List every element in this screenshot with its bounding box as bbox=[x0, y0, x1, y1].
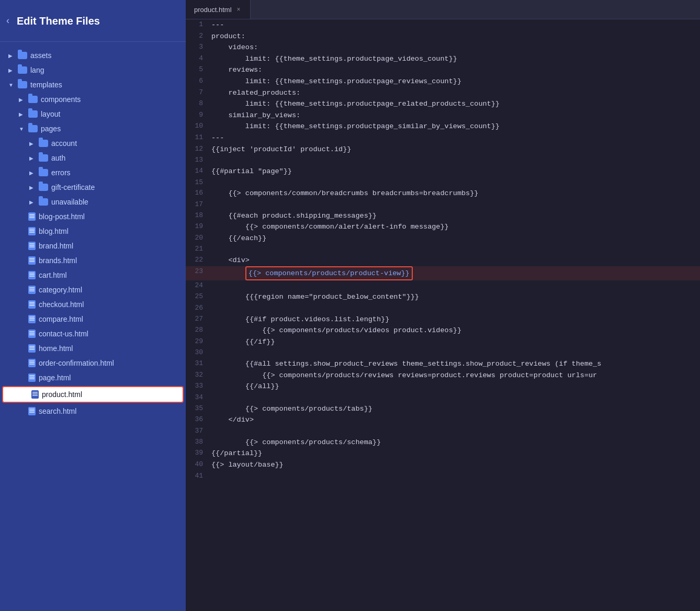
line-number: 30 bbox=[186, 347, 209, 358]
tree-item-label: contact-us.html bbox=[39, 330, 88, 338]
tree-item-components[interactable]: components bbox=[0, 92, 186, 107]
tree-item-product.html[interactable]: product.html bbox=[2, 386, 184, 403]
tree-item-label: category.html bbox=[39, 286, 82, 294]
line-number: 39 bbox=[186, 448, 209, 459]
folder-icon bbox=[39, 169, 48, 176]
tab-close-button[interactable]: × bbox=[236, 5, 242, 14]
chevron-icon bbox=[29, 199, 36, 205]
code-line-1: 1--- bbox=[186, 19, 700, 31]
tree-item-brands.html[interactable]: brands.html bbox=[0, 253, 186, 268]
chevron-icon bbox=[8, 67, 15, 73]
code-line-6: 6 limit: {{theme_settings.productpage_re… bbox=[186, 76, 700, 87]
code-line-28: 28 {{> components/products/videos produc… bbox=[186, 325, 700, 336]
tree-item-label: components bbox=[41, 95, 81, 104]
line-number: 27 bbox=[186, 314, 209, 325]
tree-item-errors[interactable]: errors bbox=[0, 165, 186, 180]
editor-tab-product-html[interactable]: product.html × bbox=[186, 0, 251, 19]
line-number: 10 bbox=[186, 121, 209, 132]
tree-item-label: order-confirmation.html bbox=[39, 359, 114, 367]
line-content: related_products: bbox=[209, 87, 700, 99]
line-number: 11 bbox=[186, 132, 209, 144]
tree-item-cart.html[interactable]: cart.html bbox=[0, 268, 186, 282]
line-number: 6 bbox=[186, 76, 209, 87]
code-line-30: 30 bbox=[186, 347, 700, 358]
line-number: 13 bbox=[186, 155, 209, 166]
highlighted-code: {{> components/products/product-view}} bbox=[245, 266, 413, 281]
tree-item-contact-us.html[interactable]: contact-us.html bbox=[0, 326, 186, 341]
line-number: 31 bbox=[186, 358, 209, 370]
tree-item-auth[interactable]: auth bbox=[0, 151, 186, 165]
code-editor[interactable]: 1---2product:3 videos:4 limit: {{theme_s… bbox=[186, 19, 700, 611]
tree-item-pages[interactable]: pages bbox=[0, 121, 186, 136]
tree-item-label: errors bbox=[51, 168, 71, 177]
tree-item-page.html[interactable]: page.html bbox=[0, 370, 186, 385]
line-number: 20 bbox=[186, 233, 209, 244]
file-icon bbox=[28, 374, 36, 382]
folder-icon bbox=[18, 81, 27, 88]
code-line-2: 2product: bbox=[186, 31, 700, 42]
code-line-9: 9 similar_by_views: bbox=[186, 110, 700, 121]
tree-item-compare.html[interactable]: compare.html bbox=[0, 312, 186, 326]
file-icon bbox=[28, 359, 36, 367]
line-content: limit: {{theme_settings.productpage_rela… bbox=[209, 98, 700, 110]
code-line-7: 7 related_products: bbox=[186, 87, 700, 99]
folder-icon bbox=[18, 52, 27, 59]
line-content: {{> components/products/tabs}} bbox=[209, 403, 700, 415]
line-number: 21 bbox=[186, 244, 209, 255]
tree-item-label: blog.html bbox=[39, 227, 69, 235]
chevron-icon bbox=[8, 82, 15, 88]
tree-item-checkout.html[interactable]: checkout.html bbox=[0, 297, 186, 312]
tree-item-blog.html[interactable]: blog.html bbox=[0, 224, 186, 239]
line-content bbox=[209, 392, 700, 403]
chevron-icon bbox=[19, 111, 25, 117]
file-icon bbox=[28, 330, 36, 338]
tree-item-search.html[interactable]: search.html bbox=[0, 404, 186, 418]
tree-item-order-confirmation.html[interactable]: order-confirmation.html bbox=[0, 356, 186, 370]
code-line-26: 26 bbox=[186, 303, 700, 314]
tree-item-label: blog-post.html bbox=[39, 212, 85, 221]
code-line-39: 39{{/partial}} bbox=[186, 448, 700, 459]
chevron-icon bbox=[19, 97, 25, 103]
tree-item-brand.html[interactable]: brand.html bbox=[0, 239, 186, 253]
file-icon bbox=[28, 242, 36, 250]
tree-item-blog-post.html[interactable]: blog-post.html bbox=[0, 209, 186, 224]
tree-item-gift-certificate[interactable]: gift-certificate bbox=[0, 180, 186, 195]
code-line-11: 11--- bbox=[186, 132, 700, 144]
line-number: 2 bbox=[186, 31, 209, 42]
line-content: {{#all settings.show_product_reviews the… bbox=[209, 358, 700, 370]
tree-item-label: compare.html bbox=[39, 315, 83, 323]
tree-item-layout[interactable]: layout bbox=[0, 107, 186, 121]
folder-icon bbox=[39, 154, 48, 162]
tree-item-home.html[interactable]: home.html bbox=[0, 341, 186, 356]
chevron-icon bbox=[29, 155, 36, 161]
code-line-16: 16 {{> components/common/breadcrumbs bre… bbox=[186, 188, 700, 199]
back-button[interactable]: ‹ bbox=[6, 15, 9, 26]
sidebar-title: Edit Theme Files bbox=[17, 15, 100, 27]
line-content: {{/partial}} bbox=[209, 448, 700, 459]
line-content: {{> layout/base}} bbox=[209, 459, 700, 471]
line-content: --- bbox=[209, 19, 700, 31]
tab-bar: product.html × bbox=[186, 0, 700, 19]
line-content: videos: bbox=[209, 42, 700, 53]
line-number: 35 bbox=[186, 403, 209, 415]
line-number: 5 bbox=[186, 64, 209, 76]
line-content: {{> components/products/product-view}} bbox=[209, 266, 700, 281]
tree-item-lang[interactable]: lang bbox=[0, 63, 186, 77]
line-content bbox=[209, 426, 700, 437]
tree-item-assets[interactable]: assets bbox=[0, 48, 186, 63]
folder-icon bbox=[28, 125, 38, 132]
code-line-37: 37 bbox=[186, 426, 700, 437]
line-content bbox=[209, 244, 700, 255]
code-line-31: 31 {{#all settings.show_product_reviews … bbox=[186, 358, 700, 370]
code-line-33: 33 {{/all}} bbox=[186, 381, 700, 392]
tree-item-category.html[interactable]: category.html bbox=[0, 282, 186, 297]
line-number: 24 bbox=[186, 280, 209, 291]
chevron-icon bbox=[29, 185, 36, 190]
tree-item-templates[interactable]: templates bbox=[0, 77, 186, 92]
tree-item-unavailable[interactable]: unavailable bbox=[0, 195, 186, 209]
file-icon bbox=[28, 344, 36, 353]
code-line-4: 4 limit: {{theme_settings.productpage_vi… bbox=[186, 53, 700, 65]
line-number: 18 bbox=[186, 210, 209, 222]
line-content bbox=[209, 471, 700, 482]
tree-item-account[interactable]: account bbox=[0, 136, 186, 151]
